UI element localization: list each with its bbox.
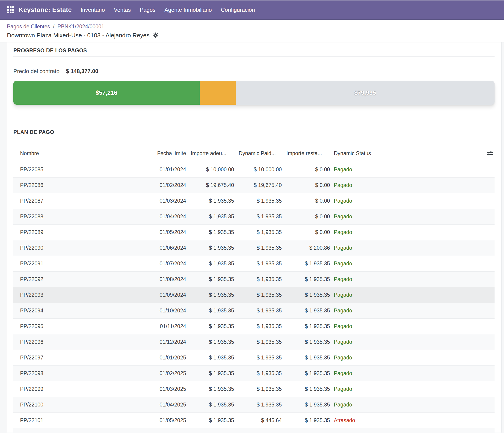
cell-importe-restante: $ 0.00 [282,214,330,220]
cell-fecha-limite: 01/07/2024 [149,261,186,267]
table-row[interactable]: PP/2208501/01/2024$ 10,000.00$ 10,000.00… [13,162,495,178]
cell-nombre: PP/22087 [13,198,149,204]
table-row[interactable]: PP/2210101/05/2025$ 1,935.35$ 445.64$ 1,… [13,413,495,428]
cell-importe-restante: $ 1,935.35 [282,417,330,424]
cell-dynamic-paid: $ 19,675.40 [234,182,282,188]
cell-dynamic-paid: $ 1,935.35 [234,229,282,235]
cell-dynamic-paid: $ 1,935.35 [234,355,282,361]
cell-fecha-limite: 01/01/2024 [149,166,186,173]
cell-fecha-limite: 01/11/2024 [149,323,186,329]
cell-importe-adeudado: $ 1,935.35 [186,198,234,204]
plan-table-body: PP/2208501/01/2024$ 10,000.00$ 10,000.00… [13,162,495,433]
table-row[interactable]: PP/2209601/12/2024$ 1,935.35$ 1,935.35$ … [13,334,495,350]
column-header-dynamic-paid[interactable]: Dynamic Paid... [234,150,282,157]
column-header-fecha-limite[interactable]: Fecha límite [149,150,186,157]
cell-importe-adeudado: $ 1,935.35 [186,417,234,424]
form-sheet: PROGRESO DE LOS PAGOS Precio del contrat… [6,42,502,433]
status-badge: Atrasado [330,417,495,424]
table-row[interactable]: PP/2209901/03/2025$ 1,935.35$ 1,935.35$ … [13,381,495,397]
table-row[interactable]: PP/2209301/09/2024$ 1,935.35$ 1,935.35$ … [13,287,495,303]
table-row[interactable]: PP/2209201/08/2024$ 1,935.35$ 1,935.35$ … [13,272,495,287]
plan-section-title: PLAN DE PAGO [13,129,495,138]
column-header-nombre[interactable]: Nombre [13,150,149,157]
table-row[interactable]: PP/2209701/01/2025$ 1,935.35$ 1,935.35$ … [13,350,495,366]
breadcrumb-current[interactable]: PBNK1/2024/00001 [57,23,104,30]
menu-item-agente-inmobiliario[interactable]: Agente Inmobiliario [164,7,212,13]
cell-importe-adeudado: $ 1,935.35 [186,276,234,282]
table-row[interactable]: PP/2209801/02/2025$ 1,935.35$ 1,935.35$ … [13,366,495,381]
column-header-importe-adeudado[interactable]: Importe adeu... [186,150,234,157]
column-header-dynamic-status[interactable]: Dynamic Status [330,150,495,157]
cell-importe-restante: $ 1,935.35 [282,402,330,408]
status-badge: Pagado [330,386,495,392]
status-badge: Pagado [330,323,495,329]
table-row[interactable]: PP/2209501/11/2024$ 1,935.35$ 1,935.35$ … [13,319,495,334]
menu-item-inventario[interactable]: Inventario [81,7,105,13]
optional-columns-icon[interactable] [486,150,494,157]
cell-importe-adeudado: $ 10,000.00 [186,166,234,173]
cell-dynamic-paid: $ 1,935.35 [234,339,282,345]
cell-importe-adeudado: $ 1,935.35 [186,292,234,298]
cell-importe-adeudado: $ 1,935.35 [186,245,234,251]
cell-fecha-limite: 01/03/2025 [149,386,186,392]
cell-dynamic-paid: $ 1,935.35 [234,402,282,408]
payment-progress-bar: $57,216 $79,995 [13,81,495,105]
cell-nombre: PP/22090 [13,245,149,251]
status-badge: Pagado [330,307,495,314]
menu-item-configuración[interactable]: Configuración [221,7,255,13]
gear-icon[interactable] [153,32,159,38]
table-row[interactable]: PP/2208701/03/2024$ 1,935.35$ 1,935.35$ … [13,193,495,209]
top-navbar: Keystone: Estate InventarioVentasPagosAg… [0,0,504,20]
cell-nombre: PP/22086 [13,182,149,188]
column-header-importe-restante[interactable]: Importe resta... [282,150,330,157]
status-badge: Pagado [330,214,495,220]
breadcrumb-separator: / [53,23,54,30]
status-badge: Pagado [330,261,495,267]
cell-fecha-limite: 01/04/2024 [149,214,186,220]
cell-nombre: PP/22101 [13,417,149,424]
table-row[interactable]: PP/2208601/02/2024$ 19,675.40$ 19,675.40… [13,178,495,193]
apps-grid-icon[interactable] [7,6,14,13]
cell-importe-restante: $ 1,935.35 [282,307,330,314]
cell-importe-restante: $ 200.86 [282,245,330,251]
menu-item-ventas[interactable]: Ventas [114,7,131,13]
cell-dynamic-paid: $ 1,935.35 [234,276,282,282]
cell-importe-restante: $ 1,935.35 [282,386,330,392]
table-row[interactable]: PP/2210201/06/2025$ 1,935.35$ 0.00$ 1,93… [13,428,495,433]
table-row[interactable]: PP/2209401/10/2024$ 1,935.35$ 1,935.35$ … [13,303,495,319]
contract-price-value: $ 148,377.00 [66,68,98,75]
table-row[interactable]: PP/2208901/05/2024$ 1,935.35$ 1,935.35$ … [13,225,495,240]
cell-importe-adeudado: $ 1,935.35 [186,355,234,361]
status-badge: Pagado [330,339,495,345]
progress-remaining-segment: $79,995 [236,81,495,105]
cell-dynamic-paid: $ 445.64 [234,417,282,424]
breadcrumb-parent-link[interactable]: Pagos de Clientes [7,23,50,30]
progress-overdue-segment [200,81,236,105]
cell-dynamic-paid: $ 1,935.35 [234,307,282,314]
cell-fecha-limite: 01/09/2024 [149,292,186,298]
cell-importe-restante: $ 1,935.35 [282,276,330,282]
app-brand[interactable]: Keystone: Estate [19,6,72,14]
cell-importe-adeudado: $ 1,935.35 [186,214,234,220]
record-title: Downtown Plaza Mixed-Use - 0103 - Alejan… [7,31,150,39]
cell-importe-adeudado: $ 1,935.35 [186,323,234,329]
cell-fecha-limite: 01/12/2024 [149,339,186,345]
status-badge: Pagado [330,355,495,361]
cell-importe-restante: $ 1,935.35 [282,261,330,267]
table-row[interactable]: PP/2210001/04/2025$ 1,935.35$ 1,935.35$ … [13,397,495,413]
cell-importe-adeudado: $ 1,935.35 [186,402,234,408]
cell-nombre: PP/22098 [13,370,149,377]
table-row[interactable]: PP/2208801/04/2024$ 1,935.35$ 1,935.35$ … [13,209,495,225]
cell-dynamic-paid: $ 1,935.35 [234,292,282,298]
progress-remaining-label: $79,995 [354,89,376,96]
cell-importe-restante: $ 1,935.35 [282,292,330,298]
cell-dynamic-paid: $ 10,000.00 [234,166,282,173]
cell-nombre: PP/22094 [13,307,149,314]
table-row[interactable]: PP/2209001/06/2024$ 1,935.35$ 1,935.35$ … [13,240,495,256]
table-row[interactable]: PP/2209101/07/2024$ 1,935.35$ 1,935.35$ … [13,256,495,272]
cell-importe-restante: $ 0.00 [282,166,330,173]
status-badge: Pagado [330,402,495,408]
menu-item-pagos[interactable]: Pagos [140,7,155,13]
cell-importe-restante: $ 1,935.35 [282,339,330,345]
cell-importe-restante: $ 1,935.35 [282,355,330,361]
